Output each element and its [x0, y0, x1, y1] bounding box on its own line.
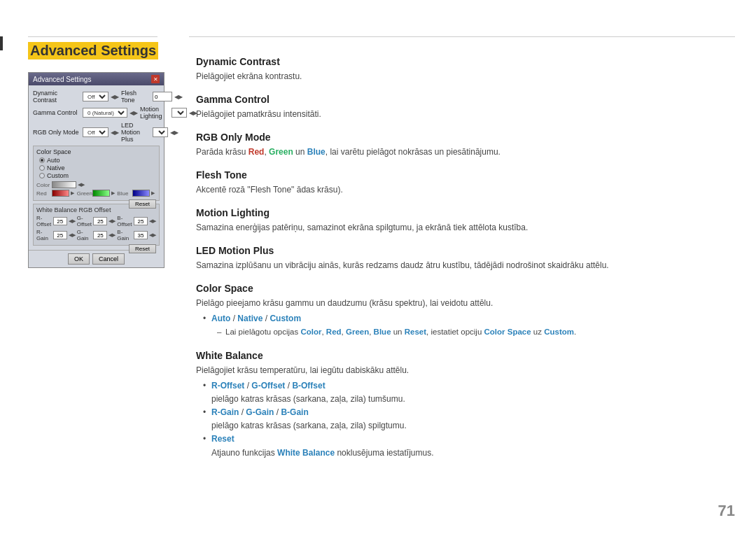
wb-bullet-1: R-Offset / G-Offset / B-Offset pielāgo k…	[203, 379, 735, 406]
radio-native-label: Native	[47, 164, 65, 171]
radio-custom	[39, 173, 45, 178]
arrow-3: ◀▶	[130, 110, 138, 116]
blue-row: Blue ▶	[117, 190, 156, 197]
led-motion-plus-heading: LED Motion Plus	[196, 245, 735, 256]
motion-lighting-heading: Motion Lighting	[196, 207, 735, 218]
rgb-only-select[interactable]: Off	[83, 127, 108, 137]
dialog-titlebar: Advanced Settings ✕	[29, 73, 164, 85]
blue-highlight: Blue	[307, 147, 326, 157]
white-balance-section: White Balance Pielāgojiet krāsu temperat…	[196, 350, 735, 460]
flesh-tone-label: Flesh Tone	[121, 90, 150, 104]
gamma-control-select[interactable]: 0 (Natural)	[83, 108, 127, 118]
custom-link-2: Custom	[544, 328, 574, 336]
flesh-tone-text: Akcentē rozā "Flesh Tone" ādas krāsu).	[196, 183, 735, 196]
auto-link: Auto	[211, 314, 230, 323]
dynamic-contrast-text: Pielāgojiet ekrāna kontrastu.	[196, 70, 735, 83]
color-space-auto[interactable]: Auto	[39, 157, 156, 164]
green-arrow: ▶	[111, 190, 115, 196]
red-arrow: ▶	[71, 190, 74, 196]
color-space-section-label: Color Space	[36, 148, 156, 155]
dynamic-contrast-select[interactable]: Off	[83, 92, 108, 101]
reset-wb-link: Reset	[211, 434, 234, 444]
dynamic-contrast-heading: Dynamic Contrast	[196, 56, 735, 67]
reset-color-button[interactable]: Reset	[129, 199, 156, 209]
rgb-sliders: Red ▶ Green ▶ Blue ▶	[36, 190, 156, 197]
b-gain-link: B-Gain	[281, 407, 308, 417]
native-link: Native	[237, 314, 262, 323]
wb-bullet-3: Reset Atjauno funkcijas White Balance no…	[203, 433, 735, 459]
rgb-only-text: Parāda krāsu Red, Green un Blue, lai var…	[196, 146, 735, 158]
color-space-custom[interactable]: Custom	[39, 172, 156, 179]
wb-section: White Balance RGB Offset R-Offset ◀▶ G-O…	[33, 204, 160, 246]
wb-sub-3: Atjauno funkcijas White Balance noklusēj…	[211, 447, 735, 460]
b-offset-link: B-Offset	[292, 381, 325, 391]
arrow-5: ◀▶	[111, 129, 119, 136]
dialog-row-1: Dynamic Contrast Off ◀▶ Flesh Tone ◀▶	[33, 90, 160, 104]
dialog-content: Dynamic Contrast Off ◀▶ Flesh Tone ◀▶ Ga…	[29, 85, 164, 250]
g-gain-input[interactable]	[93, 231, 107, 239]
rgb-only-label: RGB Only Mode	[33, 129, 80, 136]
dialog-title: Advanced Settings	[33, 76, 91, 83]
green-label: Green	[77, 190, 91, 197]
color-space-radio-group: Auto Native Custom	[36, 157, 156, 179]
led-motion-label: LED Motion Plus	[121, 122, 150, 143]
green-highlight: Green	[269, 147, 293, 157]
flesh-tone-input[interactable]	[153, 92, 172, 101]
green-link: Green	[346, 328, 369, 336]
b-offset-input[interactable]	[134, 217, 148, 225]
green-slider[interactable]	[92, 190, 110, 197]
white-balance-link: White Balance	[277, 448, 335, 458]
color-space-native[interactable]: Native	[39, 164, 156, 171]
color-space-bullet-list: Auto / Native / Custom Lai pielāgotu opc…	[196, 312, 735, 339]
dialog-row-3: RGB Only Mode Off ◀▶ LED Motion Plus Off…	[33, 122, 160, 143]
motion-lighting-select[interactable]: Off	[172, 108, 187, 118]
dynamic-contrast-label: Dynamic Contrast	[33, 90, 80, 104]
white-balance-text: Pielāgojiet krāsu temperatūru, lai iegūt…	[196, 364, 735, 377]
arrow-6: ◀▶	[170, 129, 178, 136]
radio-native	[39, 165, 45, 171]
color-slider[interactable]	[52, 181, 76, 188]
r-offset-input[interactable]	[53, 217, 67, 225]
rgb-only-section: RGB Only Mode Parāda krāsu Red, Green un…	[196, 132, 735, 158]
ok-button[interactable]: OK	[68, 253, 90, 265]
color-space-link: Color Space	[484, 328, 531, 336]
red-slider[interactable]	[52, 190, 69, 197]
motion-lighting-text: Samazina enerģijas patēriņu, samazinot e…	[196, 221, 735, 234]
white-balance-bullet-list: R-Offset / G-Offset / B-Offset pielāgo k…	[196, 379, 735, 460]
red-row: Red ▶	[36, 190, 76, 197]
b-gain-input[interactable]	[134, 231, 148, 239]
dialog-buttons: OK Cancel	[29, 250, 129, 267]
wb-row-1: R-Offset ◀▶ G-Offset ◀▶ B-Offset ◀▶	[36, 215, 156, 227]
page-number: 71	[718, 502, 735, 520]
gamma-control-heading: Gamma Control	[196, 94, 735, 105]
blue-label: Blue	[117, 190, 131, 197]
radio-custom-label: Custom	[47, 172, 69, 179]
g-gain-link: G-Gain	[246, 407, 274, 417]
r-gain-input[interactable]	[53, 231, 67, 239]
white-balance-heading: White Balance	[196, 350, 735, 361]
section-title: Advanced Settings	[28, 42, 158, 59]
cancel-button[interactable]: Cancel	[92, 253, 125, 265]
dialog-close-button[interactable]: ✕	[151, 75, 160, 83]
color-space-content-text: Pielāgo pieejamo krāsu gammu un daudzumu…	[196, 297, 735, 309]
blue-slider[interactable]	[132, 190, 150, 197]
color-space-sub: Lai pielāgotu opcijas Color, Red, Green,…	[211, 325, 735, 338]
b-offset-label: B-Offset	[117, 215, 132, 227]
right-panel: Dynamic Contrast Pielāgojiet ekrāna kont…	[196, 42, 735, 513]
g-offset-link: G-Offset	[251, 381, 285, 391]
reset-link: Reset	[405, 328, 426, 336]
reset-wb-button[interactable]: Reset	[129, 244, 156, 253]
wb-sub-2: pielāgo katras krāsas (sarkana, zaļa, zi…	[211, 419, 735, 433]
g-offset-input[interactable]	[93, 217, 107, 225]
advanced-settings-dialog: Advanced Settings ✕ Dynamic Contrast Off…	[28, 72, 164, 268]
led-motion-select[interactable]: Off	[153, 127, 168, 137]
custom-link: Custom	[270, 314, 301, 323]
green-row: Green ▶	[77, 190, 116, 197]
led-motion-plus-text: Samazina izplūšanu un vibrāciju ainās, k…	[196, 259, 735, 272]
radio-auto	[39, 157, 45, 163]
arrow-2: ◀▶	[174, 94, 183, 100]
g-offset-label: G-Offset	[77, 215, 92, 227]
color-arrow: ◀▶	[78, 182, 85, 188]
red-link: Red	[326, 328, 342, 336]
rgb-only-heading: RGB Only Mode	[196, 132, 735, 143]
